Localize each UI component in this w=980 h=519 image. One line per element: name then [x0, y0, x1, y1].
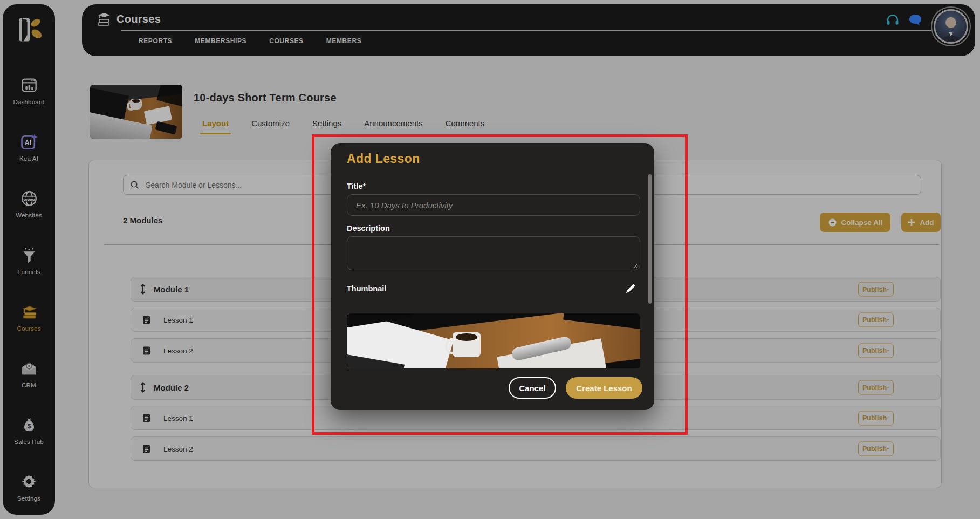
modal-scrollbar-thumb[interactable] [648, 174, 652, 304]
thumbnail-section-header: Thumbnail [347, 283, 640, 294]
modal-title: Add Lesson [347, 152, 420, 166]
lesson-title-input[interactable] [347, 194, 640, 216]
edit-thumbnail-pencil-icon[interactable] [625, 283, 636, 294]
title-field-label: Title* [347, 182, 366, 190]
cancel-button[interactable]: Cancel [509, 377, 556, 399]
lesson-description-textarea[interactable] [347, 236, 640, 270]
thumbnail-label: Thumbnail [347, 284, 386, 293]
app-root: Dashboard AI Kea AI www Websites Funnels [0, 0, 980, 519]
add-lesson-modal: Add Lesson Title* Description Thumbnail … [331, 143, 654, 410]
modal-actions: Cancel Create Lesson [509, 377, 642, 399]
description-field-label: Description [347, 224, 390, 233]
lesson-thumbnail-preview [347, 313, 640, 368]
create-lesson-button[interactable]: Create Lesson [566, 377, 642, 399]
